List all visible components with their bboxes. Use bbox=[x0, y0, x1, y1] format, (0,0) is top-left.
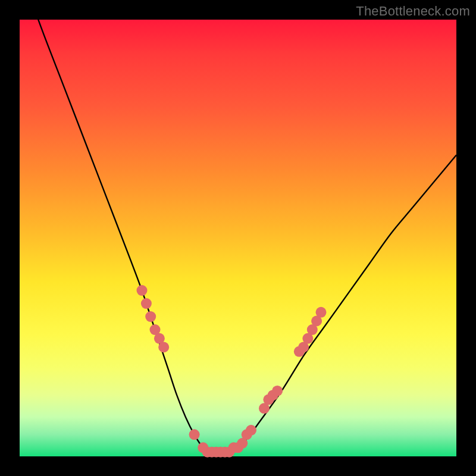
data-marker bbox=[141, 298, 152, 309]
data-marker bbox=[158, 342, 169, 353]
chart-overlay bbox=[20, 20, 456, 456]
data-marker bbox=[316, 307, 327, 318]
marker-layer bbox=[137, 285, 327, 458]
data-marker bbox=[137, 285, 148, 296]
data-marker bbox=[189, 429, 200, 440]
watermark-text: TheBottleneck.com bbox=[356, 4, 470, 19]
data-marker bbox=[246, 425, 256, 436]
data-marker bbox=[145, 311, 156, 322]
bottleneck-curve bbox=[20, 0, 456, 452]
data-marker bbox=[272, 386, 283, 396]
chart-frame: TheBottleneck.com bbox=[0, 0, 476, 476]
